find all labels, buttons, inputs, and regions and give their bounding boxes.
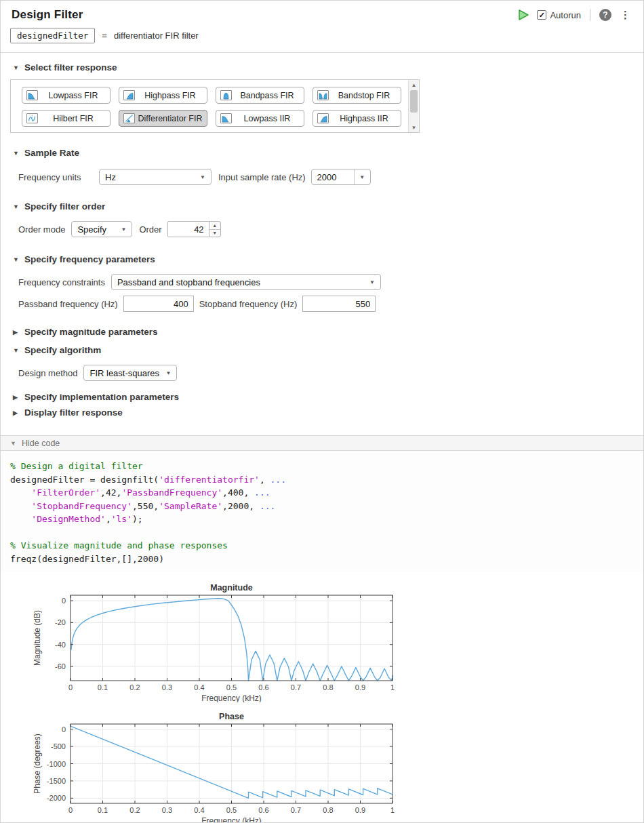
svg-text:-20: -20 (55, 618, 66, 626)
order-mode-select[interactable]: Specify ▼ (71, 221, 132, 237)
svg-text:Magnitude: Magnitude (210, 583, 253, 593)
passband-frequency-label: Passband frequency (Hz) (18, 299, 118, 309)
hilbert-fir-icon (26, 113, 38, 123)
svg-text:0.8: 0.8 (323, 683, 333, 691)
section-header-implementation[interactable]: ▶ Specify implementation parameters (13, 392, 643, 402)
run-button[interactable] (517, 8, 530, 22)
filter-button-label: Lowpass FIR (39, 91, 107, 100)
filter-response-button-bandstop-fir[interactable]: Bandstop FIR (313, 87, 401, 104)
chevron-collapsed-icon: ▶ (13, 409, 20, 416)
chevron-expanded-icon: ▼ (13, 150, 20, 157)
frequency-constraints-row: Frequency constraints Passband and stopb… (18, 274, 643, 290)
filter-response-panel: Lowpass FIRHighpass FIRBandpass FIRBands… (10, 79, 420, 133)
svg-text:0.3: 0.3 (162, 683, 172, 691)
section-header-filter-response[interactable]: ▼ Select filter response (13, 62, 643, 73)
svg-text:0.2: 0.2 (129, 806, 140, 814)
chevron-expanded-icon: ▼ (13, 347, 20, 354)
section-header-sample-rate[interactable]: ▼ Sample Rate (13, 148, 643, 158)
svg-text:0.7: 0.7 (291, 806, 301, 814)
svg-text:0.9: 0.9 (355, 683, 365, 691)
svg-text:0: 0 (68, 683, 73, 691)
bandstop-fir-icon (317, 90, 329, 100)
help-icon[interactable]: ? (599, 9, 611, 21)
filter-grid-scrollbar[interactable]: ▲ ▼ (408, 80, 419, 132)
svg-text:-40: -40 (55, 641, 66, 649)
band-frequencies-row: Passband frequency (Hz) Stopband frequen… (18, 296, 643, 312)
frequency-constraints-select[interactable]: Passband and stopband frequencies ▼ (111, 274, 381, 290)
svg-text:-2000: -2000 (47, 794, 66, 802)
svg-text:-60: -60 (55, 662, 66, 670)
svg-text:0.6: 0.6 (258, 683, 268, 691)
svg-text:0: 0 (62, 597, 66, 605)
design-method-row: Design method FIR least-squares ▼ (18, 365, 643, 381)
hide-code-toggle[interactable]: ▼ Hide code (1, 435, 643, 451)
chevron-down-icon: ▼ (121, 226, 126, 233)
spin-up-icon[interactable]: ▲ (209, 222, 220, 230)
section-header-magnitude-params[interactable]: ▶ Specify magnitude parameters (13, 327, 643, 337)
svg-text:0.4: 0.4 (194, 683, 204, 691)
filter-response-button-highpass-fir[interactable]: Highpass FIR (119, 87, 207, 104)
filter-button-label: Bandstop FIR (330, 91, 398, 100)
lowpass-fir-icon (26, 90, 38, 100)
page-title: Design Filter (12, 8, 83, 22)
section-header-filter-order[interactable]: ▼ Specify filter order (13, 201, 643, 212)
code-block[interactable]: % Design a digital filterdesignedFilter … (1, 451, 643, 572)
filter-button-label: Highpass FIR (136, 91, 204, 100)
design-method-label: Design method (18, 368, 77, 378)
stopband-frequency-input[interactable] (302, 296, 376, 312)
svg-text:0: 0 (68, 806, 73, 814)
kebab-menu-icon[interactable]: ⋮ (618, 9, 632, 21)
frequency-units-select[interactable]: Hz ▼ (99, 169, 212, 185)
filter-response-button-hilbert-fir[interactable]: Hilbert FIR (22, 110, 110, 127)
scroll-down-icon[interactable]: ▼ (409, 123, 419, 132)
filter-button-label: Lowpass IIR (233, 114, 301, 123)
scrollbar-thumb[interactable] (410, 90, 418, 113)
svg-text:-1500: -1500 (47, 777, 66, 785)
order-input[interactable] (167, 221, 209, 237)
filter-response-button-highpass-iir[interactable]: Highpass IIR (313, 110, 401, 127)
input-sample-rate-label: Input sample rate (Hz) (218, 172, 306, 182)
filter-button-label: Hilbert FIR (39, 114, 107, 123)
section-header-frequency-params[interactable]: ▼ Specify frequency parameters (13, 254, 643, 264)
design-method-select[interactable]: FIR least-squares ▼ (83, 365, 177, 381)
input-sample-rate-combobox[interactable]: 2000 ▼ (311, 169, 371, 185)
order-spinner[interactable]: ▲ ▼ (167, 221, 221, 237)
output-variable-field[interactable]: designedFilter (10, 28, 95, 43)
svg-text:1: 1 (390, 806, 395, 814)
chevron-expanded-icon: ▼ (13, 256, 20, 263)
svg-text:0.8: 0.8 (323, 806, 333, 814)
section-header-display-response[interactable]: ▶ Display filter response (13, 407, 643, 418)
highpass-fir-icon (123, 90, 135, 100)
svg-text:0.1: 0.1 (98, 683, 108, 691)
filter-response-button-differentiator-fir[interactable]: Differentiator FIR (119, 110, 207, 127)
svg-text:0.7: 0.7 (291, 683, 301, 691)
phase-chart: 00.10.20.30.40.50.60.70.80.910-500-1000-… (28, 710, 643, 823)
svg-text:Phase: Phase (219, 712, 244, 721)
chevron-expanded-icon: ▼ (13, 203, 20, 210)
filter-response-button-lowpass-iir[interactable]: Lowpass IIR (216, 110, 304, 127)
design-filter-task: Design Filter ✓ Autorun ? ⋮ designedFilt… (0, 0, 644, 823)
filter-button-label: Highpass IIR (330, 114, 398, 123)
spinner-buttons[interactable]: ▲ ▼ (209, 221, 221, 237)
chevron-collapsed-icon: ▶ (13, 329, 20, 336)
filter-response-button-lowpass-fir[interactable]: Lowpass FIR (22, 87, 110, 104)
highpass-iir-icon (317, 113, 329, 123)
svg-text:Frequency (kHz): Frequency (kHz) (201, 694, 262, 702)
filter-response-button-bandpass-fir[interactable]: Bandpass FIR (216, 87, 304, 104)
figure-output: 00.10.20.30.40.50.60.70.80.910-20-40-60M… (1, 572, 643, 823)
magnitude-chart: 00.10.20.30.40.50.60.70.80.910-20-40-60M… (28, 582, 643, 705)
section-header-algorithm[interactable]: ▼ Specify algorithm (13, 345, 643, 355)
svg-text:Phase (degrees): Phase (degrees) (33, 734, 42, 794)
svg-text:0.5: 0.5 (226, 683, 237, 691)
frequency-constraints-label: Frequency constraints (18, 277, 105, 287)
scroll-up-icon[interactable]: ▲ (409, 80, 419, 89)
autorun-checkbox[interactable]: ✓ Autorun (537, 10, 581, 20)
stopband-frequency-label: Stopband frequency (Hz) (199, 299, 298, 309)
passband-frequency-input[interactable] (123, 296, 194, 312)
chevron-down-icon: ▼ (200, 174, 205, 180)
spin-down-icon[interactable]: ▼ (209, 230, 220, 237)
run-icon (517, 9, 529, 21)
svg-text:0.5: 0.5 (226, 806, 237, 814)
chevron-down-icon: ▼ (354, 169, 370, 184)
differentiator-fir-icon (123, 113, 135, 123)
